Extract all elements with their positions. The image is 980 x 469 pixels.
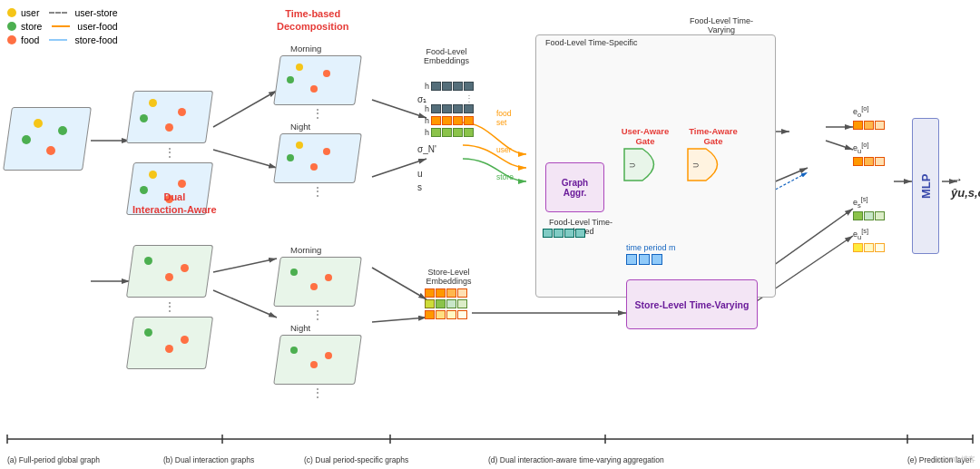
diagram-container: σ₁ σ_N' u s food set user store user use…	[0, 0, 980, 469]
output-eus-label: eu[s]	[853, 227, 885, 252]
food-time-specific-label: Food-Level Time-Specific	[545, 38, 638, 47]
svg-line-19	[826, 141, 853, 150]
arrows-svg: σ₁ σ_N' u s food set user store	[0, 0, 980, 469]
legend-user-label: user	[21, 7, 39, 18]
time-period-m: time period m	[626, 243, 676, 265]
svg-line-8	[213, 259, 277, 272]
legend-store-label: store	[21, 21, 42, 32]
food-dot	[7, 35, 16, 44]
legend-user-store-label: user-store	[74, 7, 117, 18]
legend-store-food-label: store-food	[74, 34, 117, 45]
store-embeddings-label: Store-Level Embeddings	[419, 268, 478, 286]
food-decomp-panels: Morning ⋮ Night ⋮	[277, 44, 358, 200]
food-time-varying-label: Food-Level Time-Varying	[681, 16, 762, 34]
svg-text:food: food	[496, 109, 512, 118]
legend-user: user user-store	[7, 7, 118, 18]
watermark: @ICTIO博客	[935, 454, 975, 464]
store-embeddings-block	[425, 288, 467, 319]
time-aware-gate-label: Time-Aware Gate	[681, 126, 745, 146]
legend-user-food-label: user-food	[77, 21, 117, 32]
food-embeddings-label: Food-Level Embeddings	[419, 47, 474, 65]
bottom-label-d: (d) Dual interaction-aware time-varying …	[488, 455, 664, 464]
user-store-line	[49, 12, 67, 14]
bottom-label-b: (b) Dual interaction graphs	[163, 455, 254, 464]
output-es-label: es[s]	[853, 195, 885, 220]
svg-line-9	[213, 290, 277, 318]
svg-text:user: user	[496, 145, 512, 154]
store-food-line	[49, 39, 67, 41]
svg-text:s: s	[417, 182, 422, 192]
bottom-label-a: (a) Full-period global graph	[7, 455, 100, 464]
time-aware-gate-shape: ⊃	[683, 144, 733, 185]
svg-line-12	[372, 268, 426, 299]
legend-store: store user-food	[7, 21, 118, 32]
svg-text:σ_N': σ_N'	[417, 144, 436, 154]
user-food-line	[52, 25, 70, 27]
svg-text:⊃: ⊃	[629, 161, 636, 170]
svg-line-10	[372, 100, 426, 118]
svg-text:set: set	[496, 118, 507, 127]
store-morning-label: Morning	[290, 245, 358, 255]
svg-line-7	[213, 150, 277, 168]
svg-text:store: store	[496, 172, 514, 181]
legend-food-label: food	[21, 34, 39, 45]
user-dot	[7, 8, 16, 17]
store-time-varying-box: Store-Level Time-Varying	[626, 279, 758, 329]
bottom-label-c: (c) Dual period-specific graphs	[304, 455, 408, 464]
svg-text:⊃: ⊃	[692, 161, 700, 170]
prediction-output: → ŷu,s,o,m	[951, 172, 980, 200]
food-time-shared-embeddings	[543, 229, 585, 238]
legend-food: food store-food	[7, 34, 118, 45]
food-night-label: Night	[290, 122, 358, 132]
full-period-graph-panel	[7, 107, 87, 171]
store-level-graph: ⋮	[130, 245, 210, 369]
svg-line-11	[372, 159, 426, 177]
graph-aggr-box: Graph Aggr.	[545, 162, 604, 212]
food-embeddings-block: h ⋮ h h	[425, 82, 474, 140]
legend: user user-store store user-food food sto…	[7, 7, 118, 45]
output-eo-label: eo[o]	[853, 104, 885, 130]
mlp-box: MLP	[912, 118, 939, 254]
food-morning-label: Morning	[290, 44, 358, 54]
dual-interaction-label: Dual Interaction-Aware	[132, 191, 217, 217]
user-aware-gate-label: User-Aware Gate	[618, 126, 672, 146]
store-decomp-panels: Morning ⋮ Night ⋮	[277, 245, 358, 401]
store-night-label: Night	[290, 323, 358, 333]
svg-line-13	[372, 318, 426, 322]
svg-text:u: u	[417, 169, 423, 179]
store-dot	[7, 22, 16, 31]
output-eu-label: eu[o]	[853, 141, 885, 166]
time-based-label: Time-based Decomposition	[277, 7, 348, 34]
svg-line-6	[213, 91, 277, 127]
user-aware-gate-shape: ⊃	[620, 144, 670, 185]
